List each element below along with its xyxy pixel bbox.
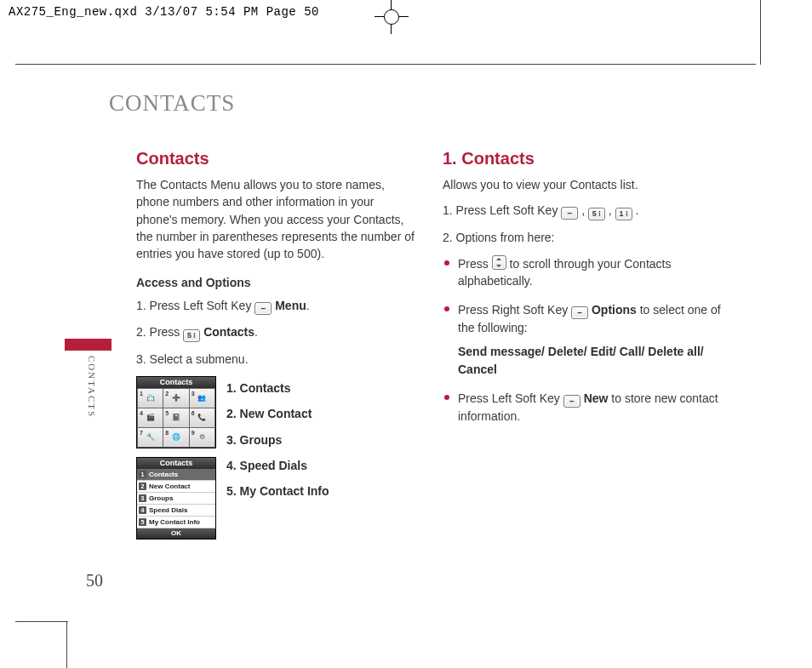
grid-cell-num: 9 <box>192 429 195 437</box>
side-label: CONTACTS <box>87 356 97 418</box>
right-step-1: 1. Press Left Soft Key , 5 ⁝ , 1 ⁝ . <box>443 202 723 220</box>
options-list: Send message/ Delete/ Edit/ Call/ Delete… <box>458 343 723 378</box>
bullet2-options-label: Options <box>592 303 637 317</box>
shot-list-item: My Contact Info <box>149 517 200 528</box>
submenu-item: 5. My Contact Info <box>226 482 329 500</box>
left-soft-key-icon <box>254 302 272 315</box>
submenu-item: 3. Groups <box>226 431 329 448</box>
intro-paragraph: The Contacts Menu allows you to store na… <box>136 176 417 262</box>
shot-list-item: Groups <box>149 494 173 504</box>
section-heading-contacts: Contacts <box>136 146 417 171</box>
bullet1-a: Press <box>458 257 492 271</box>
submenu-item: 1. Contacts <box>226 380 329 397</box>
key-5-icon: 5 ⁝ <box>183 329 200 342</box>
options-bullets: Press to scroll through your Contacts al… <box>443 255 723 425</box>
right-step-2: 2. Options from here: <box>443 229 723 246</box>
subheading-access-options: Access and Options <box>136 274 417 291</box>
shot-list-item: Speed Dials <box>149 505 187 516</box>
left-soft-key-icon <box>563 395 580 408</box>
submenu-list: 1. Contacts 2. New Contact 3. Groups 4. … <box>226 376 329 540</box>
bullet-scroll: Press to scroll through your Contacts al… <box>458 255 723 290</box>
page-number: 50 <box>86 571 103 591</box>
step-2-text-a: 2. Press <box>136 325 183 339</box>
grid-cell-num: 8 <box>165 429 169 437</box>
print-slug: AX275_Eng_new.qxd 3/13/07 5:54 PM Page 5… <box>9 5 319 19</box>
nav-key-icon <box>492 255 506 270</box>
screenshot-titlebar: Contacts <box>137 377 215 388</box>
bullet-options: Press Right Soft Key Options to select o… <box>458 301 723 378</box>
right-soft-key-icon <box>571 306 588 319</box>
step-1-period: . <box>306 299 310 312</box>
screenshot-row: Contacts 1📇 2➕ 3👥 4🎬 5📓 6📞 7🔧 8🌐 9⚙ <box>136 376 417 540</box>
screenshot-titlebar: Contacts <box>137 458 215 469</box>
screenshot-contacts-grid: Contacts 1📇 2➕ 3👥 4🎬 5📓 6📞 7🔧 8🌐 9⚙ <box>136 376 216 448</box>
bullet3-new-label: New <box>584 391 609 405</box>
crop-rule <box>66 621 67 668</box>
crop-rule <box>760 0 761 65</box>
screenshot-ok-bar: OK <box>137 528 215 539</box>
step-3: 3. Select a submenu. <box>136 351 417 368</box>
right-step1-a: 1. Press Left Soft Key <box>443 203 561 217</box>
submenu-item: 2. New Contact <box>226 405 329 422</box>
grid-cell-num: 2 <box>165 390 169 398</box>
screenshot-contacts-list: Contacts 1Contacts 2New Contact 3Groups … <box>136 457 216 540</box>
bullet3-a: Press Left Soft Key <box>458 391 563 405</box>
step-1-menu-label: Menu <box>275 299 306 312</box>
grid-cell-num: 6 <box>192 409 195 418</box>
crop-rule <box>15 621 68 622</box>
grid-cell-num: 1 <box>140 390 143 398</box>
shot-list-item: Contacts <box>149 470 178 480</box>
step-2-contacts-label: Contacts <box>203 325 254 339</box>
step-1: 1. Press Left Soft Key Menu. <box>136 297 417 315</box>
right-step1-comma2: , <box>609 203 615 217</box>
left-soft-key-icon <box>561 207 578 220</box>
registration-mark-icon <box>375 0 409 34</box>
key-1-icon: 1 ⁝ <box>615 208 632 220</box>
right-step1-end: . <box>636 203 639 217</box>
step-2-period: . <box>254 325 258 339</box>
shot-list-item: New Contact <box>149 482 190 492</box>
chapter-title: CONTACTS <box>109 90 235 117</box>
side-tab <box>65 339 112 351</box>
bullet-new: Press Left Soft Key New to store new con… <box>458 390 723 425</box>
step-1-text-a: 1. Press Left Soft Key <box>136 299 254 312</box>
left-column: Contacts The Contacts Menu allows you to… <box>136 146 417 540</box>
crop-rule <box>15 64 756 65</box>
right-column: 1. Contacts Allows you to view your Cont… <box>443 146 723 437</box>
step-2: 2. Press 5 ⁝ Contacts. <box>136 323 417 342</box>
grid-cell-num: 4 <box>140 409 143 418</box>
right-step1-comma1: , <box>581 203 588 217</box>
right-intro: Allows you to view your Contacts list. <box>443 176 723 193</box>
section-heading-1-contacts: 1. Contacts <box>443 146 723 171</box>
grid-cell-num: 5 <box>165 409 169 418</box>
submenu-item: 4. Speed Dials <box>226 457 329 474</box>
grid-cell-num: 3 <box>192 390 195 398</box>
bullet2-a: Press Right Soft Key <box>458 303 571 317</box>
key-5-icon: 5 ⁝ <box>588 208 605 220</box>
grid-cell-num: 7 <box>140 429 143 437</box>
